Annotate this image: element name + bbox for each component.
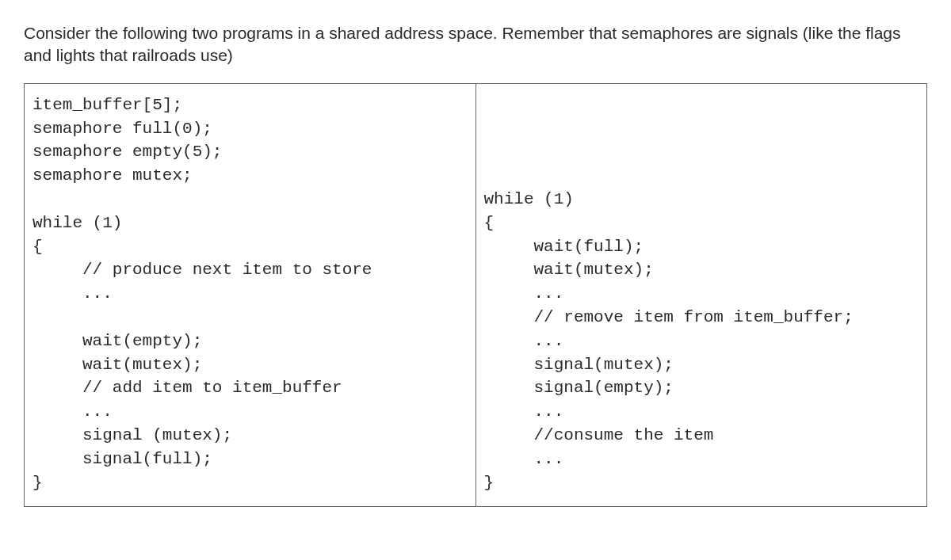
- producer-code: item_buffer[5]; semaphore full(0); semap…: [25, 84, 476, 506]
- consumer-code: while (1) { wait(full); wait(mutex); ...…: [476, 84, 927, 506]
- code-box: item_buffer[5]; semaphore full(0); semap…: [24, 83, 927, 507]
- question-prompt: Consider the following two programs in a…: [24, 22, 927, 67]
